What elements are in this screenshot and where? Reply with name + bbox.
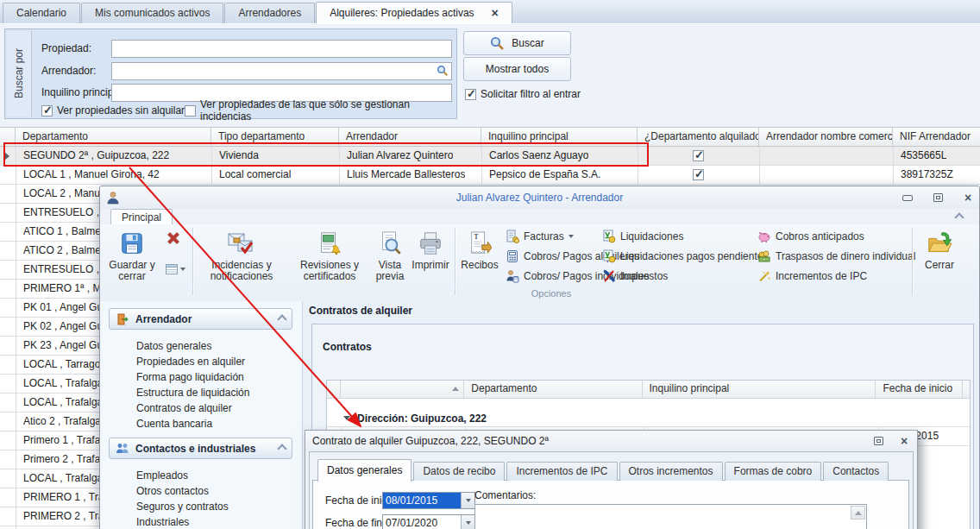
checkbox-icon — [465, 89, 476, 100]
dialog-tab-content: Fecha de inicio: 08/01/2015 Fecha de fin… — [312, 480, 909, 529]
ribbon-incrementos-ipc-button[interactable]: Incrementos de IPC — [757, 268, 867, 284]
app-root: Calendario Mis comunicados activos Arren… — [0, 0, 980, 529]
ribbon-incidencias-button[interactable]: Incidencias y notificaciones — [197, 227, 286, 299]
sidebar-item-industriales[interactable]: Industriales — [136, 514, 189, 529]
print-preview-icon — [378, 227, 402, 260]
content-caption: Contratos de alquiler — [309, 305, 412, 317]
ribbon-traspasos-button[interactable]: Traspasos de dinero individual — [757, 249, 915, 264]
column-inquilino-principal[interactable]: Inquilino principal — [643, 381, 876, 398]
ribbon-recibos-button[interactable]: T Recibos — [457, 227, 502, 299]
ribbon-liquidaciones-button[interactable]: Liquidaciones — [602, 229, 683, 244]
tab-formas-de-cobro[interactable]: Formas de cobro — [725, 462, 822, 481]
alquilado-checkbox[interactable] — [693, 150, 704, 161]
checkbox-icon — [41, 105, 53, 117]
tab-arrendadores[interactable]: Arrendadores — [224, 3, 315, 23]
column-departamento-alquilado[interactable]: ¿Departamento alquilado? — [638, 128, 759, 146]
ribbon-delete-button[interactable] — [159, 230, 188, 252]
tab-alquileres-propiedades-activas[interactable]: Alquileres: Propiedades activas × — [316, 2, 512, 23]
dialog-restore-button[interactable] — [871, 435, 885, 447]
sidebar-item-otros-contactos[interactable]: Otros contactos — [136, 483, 209, 499]
column-departamento[interactable]: Departamento — [16, 128, 211, 146]
tab-calendario[interactable]: Calendario — [3, 3, 80, 23]
tab-contactos[interactable]: Contactos — [823, 462, 889, 481]
dialog-title-bar[interactable]: Contrato de alquiler Guipuzcoa, 222, SEG… — [305, 431, 917, 451]
propiedad-input[interactable] — [111, 40, 452, 58]
dialog-close-button[interactable]: × — [897, 435, 911, 447]
fecha-fin-date-picker[interactable]: 07/01/2020 — [382, 514, 475, 529]
ribbon-cerrar-button[interactable]: Cerrar — [916, 227, 963, 299]
close-button[interactable]: × — [961, 192, 975, 204]
checkbox-solo-incidencias[interactable]: Ver propiedades de las que sólo se gesti… — [185, 104, 456, 117]
tab-incrementos-de-ipc[interactable]: Incrementos de IPC — [506, 462, 617, 481]
column-direccion[interactable] — [341, 381, 464, 398]
row-indicator-column — [327, 381, 341, 398]
sidebar-item-forma-pago-liquidacion[interactable]: Forma pago liquidación — [136, 369, 244, 385]
column-fecha-de-inicio[interactable]: Fecha de inicio — [876, 381, 963, 398]
collapse-ribbon-icon[interactable] — [954, 212, 964, 222]
column-arrendador[interactable]: Arrendador — [339, 128, 481, 146]
column-nif-arrendador[interactable]: NIF Arrendador — [893, 128, 980, 146]
alquilado-checkbox[interactable] — [693, 169, 704, 180]
sidebar-item-cuenta-bancaria[interactable]: Cuenta bancaria — [136, 416, 212, 431]
fecha-inicio-date-picker[interactable]: 08/01/2015 — [382, 492, 475, 509]
column-arrendador-nombre-comercial[interactable]: Arrendador nombre comercial — [759, 128, 893, 146]
mostrar-todos-button[interactable]: Mostrar todos — [463, 57, 571, 81]
column-departamento[interactable]: Departamento — [464, 381, 642, 398]
document-tab-bar: Calendario Mis comunicados activos Arren… — [0, 0, 980, 24]
buscar-button[interactable]: Buscar — [463, 31, 571, 55]
checkbox-ver-sin-alquilar[interactable]: Ver propiedades sin alquilar — [41, 104, 185, 117]
tab-close-icon[interactable]: × — [492, 3, 499, 22]
collapse-group-icon[interactable] — [277, 314, 286, 324]
arrendador-input[interactable] — [111, 62, 452, 80]
ribbon-facturas-button[interactable]: Facturas — [506, 229, 574, 244]
restore-icon — [874, 437, 883, 445]
ribbon-vista-previa-button[interactable]: Vista previa — [369, 227, 411, 299]
ribbon-impuestos-button[interactable]: Impuestos — [602, 268, 668, 284]
sidebar-group-arrendador[interactable]: Arrendador — [109, 308, 292, 330]
sidebar-item-propiedades-en-alquiler[interactable]: Propiedades en alquiler — [136, 354, 245, 369]
ribbon-view-dropdown-button[interactable] — [160, 261, 190, 278]
magic-wand-icon — [757, 269, 771, 283]
sidebar-item-datos-generales[interactable]: Datos generales — [136, 338, 211, 354]
dropdown-arrow-icon — [569, 235, 574, 238]
ribbon-guardar-y-cerrar-button[interactable]: Guardar y cerrar — [108, 227, 156, 299]
tax-agency-icon — [602, 269, 616, 283]
sidebar-item-seguros-y-contratos[interactable]: Seguros y contratos — [136, 499, 229, 514]
save-icon — [119, 227, 145, 260]
person-calculator-icon — [506, 269, 519, 283]
column-inquilino-principal[interactable]: Inquilino principal — [481, 128, 638, 146]
ribbon-tab-principal[interactable]: Principal — [110, 209, 173, 225]
arrendador-lookup-icon[interactable] — [437, 65, 449, 77]
checkbox-solicitar-filtro[interactable]: Solicitar filtro al entrar — [465, 88, 581, 100]
sidebar-item-empleados[interactable]: Empleados — [136, 468, 188, 483]
collapse-group-icon[interactable] — [343, 416, 350, 420]
group-row-direccion[interactable]: Dirección: Guipuzcoa, 222 — [327, 410, 970, 427]
tab-mis-comunicados[interactable]: Mis comunicados activos — [81, 3, 223, 23]
ribbon-revisiones-button[interactable]: Revisiones y certificados — [290, 227, 369, 299]
ribbon-separator — [912, 228, 913, 295]
contacts-people-icon — [116, 442, 129, 456]
row-indicator-column — [0, 128, 16, 146]
table-row[interactable]: SEGUNDO 2ª , Guipuzcoa, 222 Vivienda Jul… — [0, 147, 980, 166]
column-tipo-departamento[interactable]: Tipo departamento — [211, 128, 339, 146]
scroll-up-button[interactable] — [851, 506, 865, 520]
grid-view-icon — [166, 264, 178, 274]
ribbon-imprimir-button[interactable]: Imprimir — [409, 227, 452, 299]
properties-grid-header: Departamento Tipo departamento Arrendado… — [0, 127, 980, 147]
window-title-bar[interactable]: Julian Alvarez Quintero - Arrendador × — [100, 186, 979, 209]
comentarios-textarea[interactable] — [474, 504, 867, 529]
collapse-group-icon[interactable] — [277, 444, 286, 453]
restore-button[interactable] — [931, 192, 945, 204]
ribbon-cobros-anticipados-button[interactable]: Cobros anticipados — [757, 229, 864, 244]
minimize-button[interactable] — [901, 192, 914, 204]
ribbon-liquidaciones-pendientes-button[interactable]: Liquidaciones pagos pendientes — [602, 249, 768, 264]
tab-datos-de-recibo[interactable]: Datos de recibo — [413, 462, 505, 481]
sidebar-group-contactos-e-industriales[interactable]: Contactos e industriales — [109, 438, 292, 459]
tab-otros-incrementos[interactable]: Otros incrementos — [619, 462, 723, 481]
dropdown-button[interactable] — [461, 515, 474, 529]
table-row[interactable]: LOCAL 1 , Manuel Girona, 42 Local comerc… — [0, 166, 980, 185]
dropdown-button[interactable] — [461, 493, 474, 508]
sidebar-item-estructura-de-liquidacion[interactable]: Estructura de liquidación — [136, 385, 249, 400]
sidebar-item-contratos-de-alquiler[interactable]: Contratos de alquiler — [136, 400, 232, 416]
tab-datos-generales[interactable]: Datos generales — [317, 459, 411, 482]
